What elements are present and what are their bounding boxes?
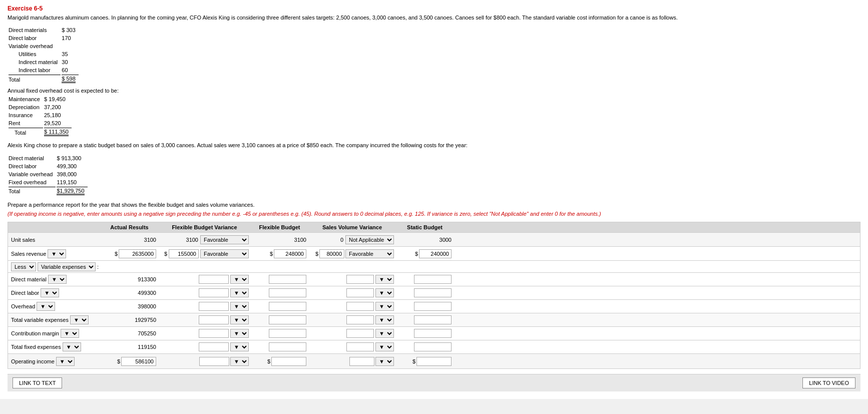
contribution-margin-flex-var-select[interactable]: ▼ — [230, 329, 249, 338]
utilities-label: Utilities — [9, 51, 61, 58]
operating-income-flex-var[interactable] — [199, 357, 229, 366]
direct-material-static[interactable] — [414, 275, 452, 284]
direct-material-flex-var-select[interactable]: ▼ — [230, 275, 249, 284]
overhead-flex-var-select[interactable]: ▼ — [230, 302, 249, 311]
direct-material-flex-var[interactable] — [199, 275, 229, 284]
variable-expenses-select[interactable]: Variable expenses — [38, 262, 96, 271]
contribution-margin-static[interactable] — [414, 329, 452, 338]
actual-info-text: Alexis King chose to prepare a static bu… — [8, 142, 860, 149]
sales-revenue-flex-var-amount[interactable] — [169, 249, 199, 258]
direct-labor-flex-var-select[interactable]: ▼ — [230, 288, 249, 297]
sales-revenue-flex-var-select[interactable]: Favorable Unfavorable Not Applicable — [200, 249, 249, 258]
sales-revenue-sales-var-cell: $ Favorable Unfavorable Not Applicable — [308, 248, 396, 259]
direct-material-sales-var-select[interactable]: ▼ — [375, 275, 394, 284]
overhead-flex-budget[interactable] — [269, 302, 306, 311]
prepare-text: Prepare a performance report for the yea… — [8, 201, 860, 209]
operating-income-sales-var[interactable] — [349, 357, 374, 366]
total-variable-sales-var-select[interactable]: ▼ — [375, 315, 394, 324]
red-note: (If operating income is negative, enter … — [8, 211, 860, 217]
sales-revenue-select[interactable]: ▼ — [48, 249, 66, 258]
less-select[interactable]: Less — [11, 262, 36, 271]
total-fixed-sales-var[interactable] — [346, 342, 374, 351]
direct-material-label-cell: Direct material ▼ — [8, 274, 101, 285]
total-variable-select[interactable]: ▼ — [70, 315, 89, 324]
sales-revenue-flex-budget[interactable] — [274, 249, 306, 258]
total-fixed-flex-budget[interactable] — [269, 342, 306, 351]
contribution-margin-sales-var[interactable] — [346, 329, 374, 338]
operating-income-sales-var-select[interactable]: ▼ — [375, 357, 394, 366]
overhead-sales-var-cell: ▼ — [308, 301, 396, 312]
overhead-flex-var-cell: ▼ — [158, 301, 251, 312]
direct-material-row: Direct material ▼ 913300 ▼ ▼ — [8, 273, 860, 286]
variable-overhead-label: Variable overhead — [9, 43, 61, 50]
direct-labor-flex-var[interactable] — [199, 288, 229, 297]
sales-revenue-static[interactable] — [419, 249, 452, 258]
unit-sales-sales-var-select[interactable]: Not Applicable Favorable Unfavorable — [345, 235, 394, 244]
total-variable-sales-var[interactable] — [346, 315, 374, 324]
total-fixed-flex-var-select[interactable]: ▼ — [230, 342, 249, 351]
operating-income-select[interactable]: ▼ — [56, 357, 75, 366]
sales-revenue-sales-var-select[interactable]: Favorable Unfavorable Not Applicable — [345, 249, 394, 258]
total-fixed-static[interactable] — [414, 342, 452, 351]
less-variable-row: Less Variable expenses : — [8, 261, 860, 273]
overhead-sales-var[interactable] — [346, 302, 374, 311]
operating-income-flex-budget-cell: $ — [251, 356, 308, 367]
colon: : — [97, 264, 99, 270]
direct-material-flex-budget-cell — [251, 274, 308, 285]
unit-sales-sales-var: 0 Not Applicable Favorable Unfavorable — [308, 234, 396, 245]
link-to-text-button[interactable]: LINK TO TEXT — [13, 377, 62, 388]
direct-labor-flex-budget[interactable] — [269, 288, 306, 297]
sales-revenue-actual[interactable] — [119, 249, 156, 258]
direct-labor-static-cell — [396, 287, 454, 298]
fixed-overhead-table: Maintenance $ 19,450 Depreciation 37,200… — [8, 95, 73, 138]
total-fixed-flex-var[interactable] — [199, 342, 229, 351]
direct-labor-static[interactable] — [414, 288, 452, 297]
fixed-overhead-intro: Annual fixed overhead cost is expected t… — [8, 88, 860, 94]
operating-income-flex-budget[interactable] — [271, 357, 306, 366]
total-variable-flex-budget[interactable] — [269, 315, 306, 324]
direct-material-label: Direct material — [11, 276, 47, 282]
link-to-video-button[interactable]: LINK TO VIDEO — [802, 377, 855, 388]
total-variable-flex-var[interactable] — [199, 315, 229, 324]
unit-sales-flex-var-select[interactable]: Favorable Unfavorable Not Applicable — [200, 235, 249, 244]
direct-material-select[interactable]: ▼ — [48, 275, 67, 284]
total-fixed-actual: 119150 — [101, 343, 158, 351]
contribution-margin-row: Contribution margin ▼ 705250 ▼ ▼ — [8, 327, 860, 340]
operating-income-actual[interactable] — [121, 357, 156, 366]
contribution-margin-select[interactable]: ▼ — [61, 329, 79, 338]
overhead-flex-var[interactable] — [199, 302, 229, 311]
total-fixed-select[interactable]: ▼ — [63, 342, 81, 351]
total-fixed-sales-var-select[interactable]: ▼ — [375, 342, 394, 351]
total-variable-static[interactable] — [414, 315, 452, 324]
overhead-select[interactable]: ▼ — [37, 302, 55, 311]
overhead-static[interactable] — [414, 302, 452, 311]
header-flex-budget: Flexible Budget — [251, 222, 308, 232]
direct-labor-sales-var[interactable] — [346, 288, 374, 297]
direct-labor-sales-var-select[interactable]: ▼ — [375, 288, 394, 297]
sales-revenue-sales-var-amount[interactable] — [319, 249, 344, 258]
dollar-sign-sales-var: $ — [315, 251, 318, 257]
total-variable-flex-var-select[interactable]: ▼ — [230, 315, 249, 324]
contribution-margin-flex-budget[interactable] — [269, 329, 306, 338]
total-fixed-sales-var-cell: ▼ — [308, 341, 396, 352]
operating-income-static[interactable] — [416, 357, 452, 366]
rent-value: 29,520 — [44, 120, 72, 127]
fixed-total-label: Total — [9, 128, 43, 137]
actual-dl-label: Direct labor — [9, 163, 56, 170]
contribution-margin-flex-var[interactable] — [199, 329, 229, 338]
standard-costs-table: Direct materials $ 303 Direct labor 170 … — [8, 26, 80, 85]
indirect-material-value: 30 — [62, 59, 79, 66]
intro-text: Marigold manufactures aluminum canoes. I… — [8, 14, 860, 22]
sales-revenue-label: Sales revenue — [11, 251, 46, 257]
dollar-sign-actual: $ — [115, 251, 118, 257]
overhead-sales-var-select[interactable]: ▼ — [375, 302, 394, 311]
operating-income-flex-var-select[interactable]: ▼ — [230, 357, 249, 366]
direct-labor-label-cell: Direct labor ▼ — [8, 287, 101, 298]
header-flex-var: Flexible Budget Variance — [158, 222, 251, 232]
maintenance-label: Maintenance — [9, 96, 43, 103]
total-variable-flex-var-cell: ▼ — [158, 314, 251, 325]
direct-material-sales-var[interactable] — [346, 275, 374, 284]
direct-material-flex-budget[interactable] — [269, 275, 306, 284]
contribution-margin-sales-var-select[interactable]: ▼ — [375, 329, 394, 338]
direct-labor-select[interactable]: ▼ — [41, 288, 59, 297]
